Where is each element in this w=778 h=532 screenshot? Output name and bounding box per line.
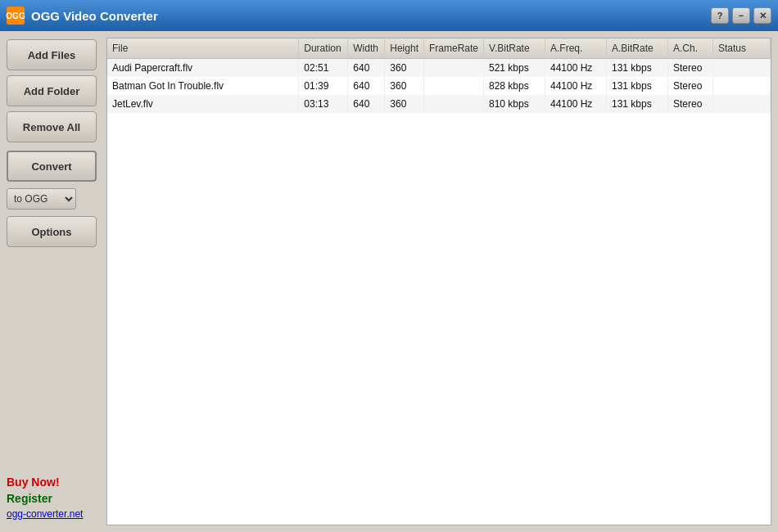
cell-duration: 03:13 [299,95,348,113]
cell-aCh: Stereo [668,95,713,113]
cell-file: Batman Got In Trouble.flv [107,77,299,95]
cell-aCh: Stereo [668,59,713,78]
table-row[interactable]: JetLev.flv03:13640360810 kbps44100 Hz131… [107,95,771,113]
cell-aBitRate: 131 kbps [607,59,668,78]
table-row[interactable]: Batman Got In Trouble.flv01:39640360828 … [107,77,771,95]
col-header-duration: Duration [299,38,348,59]
buy-now-link[interactable]: Buy Now! [7,476,83,489]
sidebar: Add Files Add Folder Remove All Convert … [0,31,106,532]
cell-frameRate [423,59,483,78]
cell-duration: 01:39 [299,77,348,95]
col-header-abitrate: A.BitRate [607,38,668,59]
cell-aFreq: 44100 Hz [545,59,607,78]
title-bar-controls: ? − ✕ [711,7,771,24]
website-link[interactable]: ogg-converter.net [7,508,83,520]
col-header-framerate: FrameRate [423,38,483,59]
table-row[interactable]: Audi Papercraft.flv02:51640360521 kbps44… [107,59,771,78]
cell-width: 640 [348,59,385,78]
cell-file: Audi Papercraft.flv [107,59,299,78]
col-header-ach: A.Ch. [668,38,713,59]
cell-height: 360 [385,77,424,95]
cell-frameRate [423,95,483,113]
register-link[interactable]: Register [7,492,83,505]
cell-vBitRate: 521 kbps [484,59,545,78]
cell-status [713,95,771,113]
cell-width: 640 [348,77,385,95]
cell-status [713,59,771,78]
cell-aBitRate: 131 kbps [607,77,668,95]
cell-width: 640 [348,95,385,113]
format-select[interactable]: to OGG to AVI to MP4 to MKV to MOV [7,188,76,210]
file-table: File Duration Width Height FrameRate V.B… [107,38,771,113]
content-area: File Duration Width Height FrameRate V.B… [106,38,771,525]
cell-aFreq: 44100 Hz [545,77,607,95]
cell-status [713,77,771,95]
col-header-file: File [107,38,299,59]
col-header-vbitrate: V.BitRate [484,38,545,59]
cell-vBitRate: 828 kbps [484,77,545,95]
close-button[interactable]: ✕ [753,7,771,24]
cell-frameRate [423,77,483,95]
format-select-wrapper: to OGG to AVI to MP4 to MKV to MOV [7,188,100,210]
title-bar-left: OGG OGG Video Converter [7,7,158,25]
title-bar: OGG OGG Video Converter ? − ✕ [0,0,778,31]
sidebar-bottom: Buy Now! Register ogg-converter.net [7,476,83,520]
add-folder-button[interactable]: Add Folder [7,75,97,106]
add-files-button[interactable]: Add Files [7,39,97,70]
col-header-height: Height [385,38,424,59]
cell-aFreq: 44100 Hz [545,95,607,113]
remove-all-button[interactable]: Remove All [7,111,97,142]
col-header-status: Status [713,38,771,59]
convert-button[interactable]: Convert [7,151,97,182]
app-icon: OGG [7,7,25,25]
cell-aCh: Stereo [668,77,713,95]
options-button[interactable]: Options [7,216,97,247]
cell-height: 360 [385,95,424,113]
cell-height: 360 [385,59,424,78]
cell-aBitRate: 131 kbps [607,95,668,113]
col-header-width: Width [348,38,385,59]
minimize-button[interactable]: − [732,7,750,24]
col-header-afreq: A.Freq. [545,38,607,59]
cell-vBitRate: 810 kbps [484,95,545,113]
table-header-row: File Duration Width Height FrameRate V.B… [107,38,771,59]
cell-duration: 02:51 [299,59,348,78]
help-button[interactable]: ? [711,7,729,24]
cell-file: JetLev.flv [107,95,299,113]
main-window: Add Files Add Folder Remove All Convert … [0,31,778,532]
app-title: OGG Video Converter [31,9,158,23]
